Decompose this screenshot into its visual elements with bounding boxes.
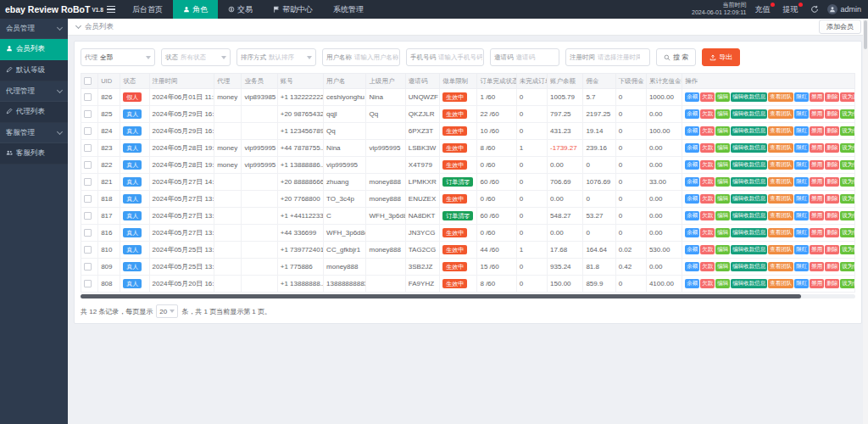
toggle-real-fake-button[interactable]: 设为假人 (840, 160, 854, 169)
view-team-button[interactable]: 查看团队 (768, 194, 793, 203)
row-checkbox[interactable] (84, 246, 92, 254)
debt-button[interactable]: 欠款 (700, 126, 715, 135)
balance-button[interactable]: 余额 (685, 126, 699, 135)
debt-button[interactable]: 欠款 (700, 245, 715, 254)
sidebar-item-member-list[interactable]: 会员列表 (0, 39, 68, 60)
withdraw-link[interactable]: 提现 (782, 4, 802, 15)
view-team-button[interactable]: 查看团队 (768, 245, 793, 254)
view-team-button[interactable]: 查看团队 (768, 262, 793, 271)
debt-button[interactable]: 欠款 (700, 194, 715, 203)
nav-item-roles[interactable]: 角色 (173, 0, 218, 19)
sidebar-item-service-list[interactable]: 客服列表 (0, 143, 68, 165)
row-checkbox[interactable] (84, 212, 92, 220)
disable-button[interactable]: 禁用 (810, 262, 824, 271)
edit-button[interactable]: 编辑 (715, 143, 730, 152)
row-checkbox[interactable] (84, 263, 92, 271)
debt-button[interactable]: 欠款 (700, 211, 715, 220)
edit-payment-info-button[interactable]: 编辑收款信息 (731, 194, 767, 203)
sidebar-toggle-icon[interactable] (100, 0, 122, 19)
user-menu[interactable]: admin (827, 4, 861, 14)
toggle-real-fake-button[interactable]: 设为假人 (840, 228, 854, 237)
edit-button[interactable]: 编辑 (715, 279, 730, 287)
status-filter-select[interactable]: 状态 所有状态 (161, 48, 231, 66)
debt-button[interactable]: 欠款 (700, 279, 715, 287)
toggle-real-fake-button[interactable]: 设为真人 (840, 92, 854, 101)
horizontal-scrollbar-thumb[interactable] (81, 294, 801, 298)
search-button[interactable]: 搜 索 (656, 48, 696, 66)
disable-button[interactable]: 禁用 (810, 160, 824, 169)
balance-button[interactable]: 余额 (685, 177, 699, 186)
balance-button[interactable]: 余额 (685, 211, 699, 220)
debt-button[interactable]: 欠款 (700, 177, 715, 186)
toggle-real-fake-button[interactable]: 设为假人 (840, 245, 854, 254)
disable-button[interactable]: 禁用 (810, 245, 824, 254)
limit-button[interactable]: 限红 (794, 126, 809, 135)
delete-button[interactable]: 删除 (825, 211, 839, 220)
edit-payment-info-button[interactable]: 编辑收款信息 (731, 143, 767, 152)
delete-button[interactable]: 删除 (825, 126, 839, 135)
toggle-real-fake-button[interactable]: 设为假人 (840, 109, 854, 118)
toggle-real-fake-button[interactable]: 设为假人 (840, 262, 854, 271)
edit-payment-info-button[interactable]: 编辑收款信息 (731, 126, 767, 135)
row-checkbox[interactable] (84, 161, 92, 169)
sidebar-group-0[interactable]: 会员管理 (0, 19, 68, 39)
row-checkbox[interactable] (84, 280, 92, 287)
disable-button[interactable]: 禁用 (810, 126, 824, 135)
balance-button[interactable]: 余额 (685, 160, 699, 169)
view-team-button[interactable]: 查看团队 (768, 228, 793, 237)
edit-button[interactable]: 编辑 (715, 194, 730, 203)
row-checkbox[interactable] (84, 93, 92, 101)
balance-button[interactable]: 余额 (685, 245, 699, 254)
refresh-icon[interactable] (810, 5, 819, 14)
delete-button[interactable]: 删除 (825, 262, 839, 271)
disable-button[interactable]: 禁用 (810, 228, 824, 237)
delete-button[interactable]: 删除 (825, 228, 839, 237)
delete-button[interactable]: 删除 (825, 160, 839, 169)
edit-payment-info-button[interactable]: 编辑收款信息 (731, 245, 767, 254)
delete-button[interactable]: 删除 (825, 92, 839, 101)
disable-button[interactable]: 禁用 (810, 109, 824, 118)
row-checkbox[interactable] (84, 195, 92, 203)
edit-payment-info-button[interactable]: 编辑收款信息 (731, 228, 767, 237)
delete-button[interactable]: 删除 (825, 194, 839, 203)
limit-button[interactable]: 限红 (794, 211, 809, 220)
edit-button[interactable]: 编辑 (715, 177, 730, 186)
balance-button[interactable]: 余额 (685, 228, 699, 237)
debt-button[interactable]: 欠款 (700, 143, 715, 152)
edit-button[interactable]: 编辑 (715, 160, 730, 169)
limit-button[interactable]: 限红 (794, 92, 809, 101)
limit-button[interactable]: 限红 (794, 194, 809, 203)
vertical-scrollbar-thumb[interactable] (864, 20, 867, 49)
edit-button[interactable]: 编辑 (715, 262, 730, 271)
limit-button[interactable]: 限红 (794, 228, 809, 237)
view-team-button[interactable]: 查看团队 (768, 211, 793, 220)
row-checkbox[interactable] (84, 110, 92, 118)
disable-button[interactable]: 禁用 (810, 92, 824, 101)
username-input[interactable] (354, 53, 398, 61)
view-team-button[interactable]: 查看团队 (768, 126, 793, 135)
nav-item-trade[interactable]: 交易 (218, 0, 263, 19)
sidebar-group-1[interactable]: 代理管理 (0, 81, 68, 102)
row-checkbox[interactable] (84, 229, 92, 237)
edit-button[interactable]: 编辑 (715, 92, 730, 101)
limit-button[interactable]: 限红 (794, 279, 809, 287)
edit-payment-info-button[interactable]: 编辑收款信息 (731, 211, 767, 220)
edit-payment-info-button[interactable]: 编辑收款信息 (731, 109, 767, 118)
nav-item-home[interactable]: 后台首页 (122, 0, 173, 19)
edit-payment-info-button[interactable]: 编辑收款信息 (731, 160, 767, 169)
edit-payment-info-button[interactable]: 编辑收款信息 (731, 279, 767, 287)
edit-payment-info-button[interactable]: 编辑收款信息 (731, 92, 767, 101)
row-checkbox[interactable] (84, 178, 92, 186)
delete-button[interactable]: 删除 (825, 245, 839, 254)
delete-button[interactable]: 删除 (825, 279, 839, 287)
balance-button[interactable]: 余额 (685, 194, 699, 203)
balance-button[interactable]: 余额 (685, 92, 699, 101)
select-all-checkbox[interactable] (84, 77, 92, 85)
toggle-real-fake-button[interactable]: 设为假人 (840, 211, 854, 220)
nav-item-help[interactable]: 帮助中心 (263, 0, 323, 19)
edit-button[interactable]: 编辑 (715, 228, 730, 237)
toggle-real-fake-button[interactable]: 设为假人 (840, 194, 854, 203)
balance-button[interactable]: 余额 (685, 143, 699, 152)
disable-button[interactable]: 禁用 (810, 177, 824, 186)
add-member-button[interactable]: 添加会员 (819, 20, 861, 34)
